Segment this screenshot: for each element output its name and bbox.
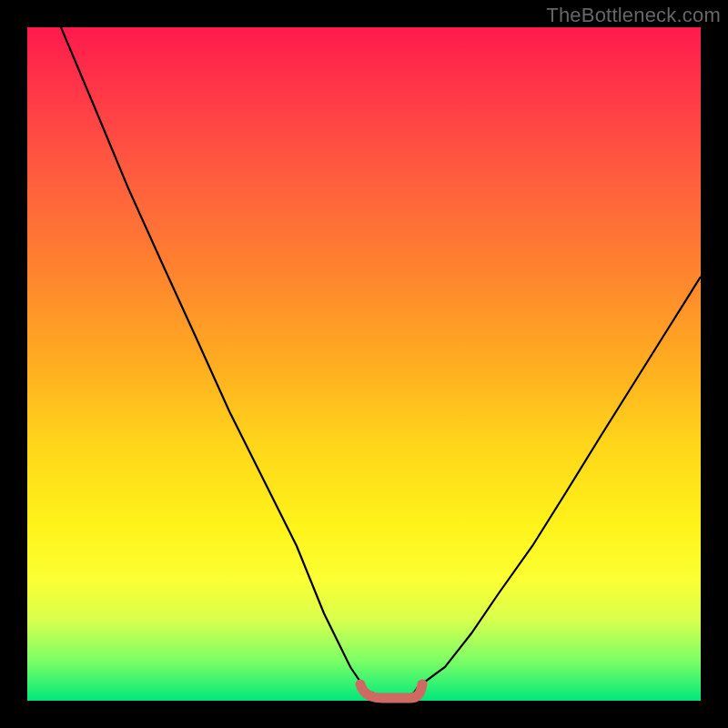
- bottleneck-curve: [61, 27, 701, 697]
- curve-svg: [27, 27, 701, 701]
- outer-frame: TheBottleneck.com: [0, 0, 728, 728]
- plot-area: [27, 27, 701, 701]
- watermark-text: TheBottleneck.com: [546, 4, 721, 27]
- minimum-marker: [360, 684, 422, 698]
